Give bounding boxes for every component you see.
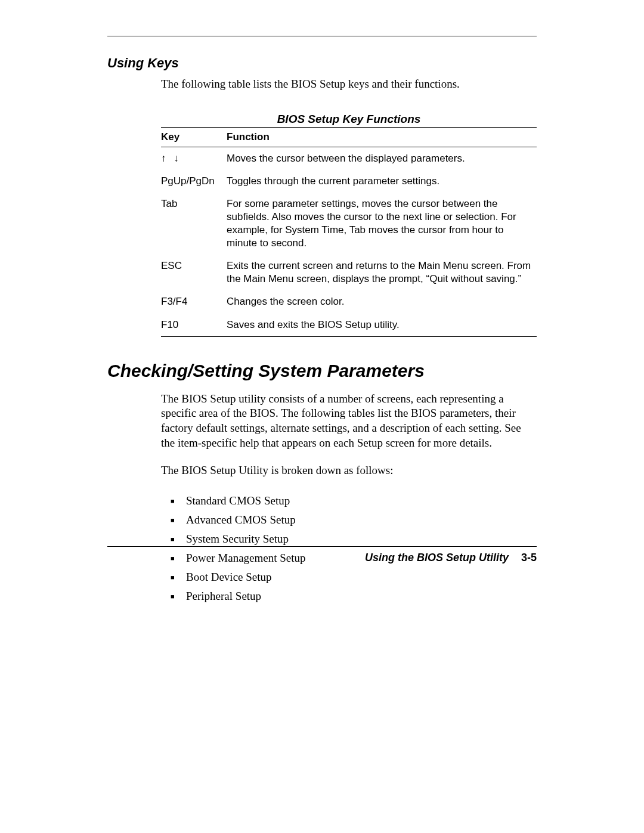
cell-function: Saves and exits the BIOS Setup utility. [227,314,537,337]
table-row: ESC Exits the current screen and returns… [161,255,537,290]
cell-key: ESC [161,255,227,290]
table-title: BIOS Setup Key Functions [161,113,537,126]
footer-divider [107,546,537,547]
table-row: PgUp/PgDn Toggles through the current pa… [161,170,537,193]
list-item: Peripheral Setup [171,587,537,606]
table-row: F10 Saves and exits the BIOS Setup utili… [161,314,537,337]
intro-paragraph: The following table lists the BIOS Setup… [161,77,537,92]
table-header-row: Key Function [161,127,537,147]
table-row: Tab For some parameter settings, moves t… [161,193,537,255]
list-item: Boot Device Setup [171,568,537,587]
cell-function: Exits the current screen and returns to … [227,255,537,290]
table-header-key: Key [161,127,227,147]
body-paragraph-2: The BIOS Setup Utility is broken down as… [161,463,537,478]
footer-page-number: 3-5 [521,552,537,563]
cell-key: F3/F4 [161,290,227,313]
table-row: ↑ ↓ Moves the cursor between the display… [161,147,537,170]
cell-function: Moves the cursor between the displayed p… [227,147,537,170]
list-item: Standard CMOS Setup [171,491,537,510]
cell-key: F10 [161,314,227,337]
cell-key: ↑ ↓ [161,147,227,170]
footer-title: Using the BIOS Setup Utility [365,552,509,563]
top-divider [107,36,537,36]
list-item: Advanced CMOS Setup [171,510,537,529]
table-row: F3/F4 Changes the screen color. [161,290,537,313]
footer-text: Using the BIOS Setup Utility 3-5 [107,552,537,564]
cell-key: Tab [161,193,227,255]
page-footer: Using the BIOS Setup Utility 3-5 [107,546,537,564]
cell-function: Changes the screen color. [227,290,537,313]
cell-function: For some parameter settings, moves the c… [227,193,537,255]
cell-key: PgUp/PgDn [161,170,227,193]
bios-keys-table: Key Function ↑ ↓ Moves the cursor betwee… [161,127,537,337]
table-header-function: Function [227,127,537,147]
body-paragraph-1: The BIOS Setup utility consists of a num… [161,392,537,451]
section-heading-checking-setting: Checking/Setting System Parameters [107,361,537,381]
cell-function: Toggles through the current parameter se… [227,170,537,193]
section-heading-using-keys: Using Keys [107,55,537,71]
